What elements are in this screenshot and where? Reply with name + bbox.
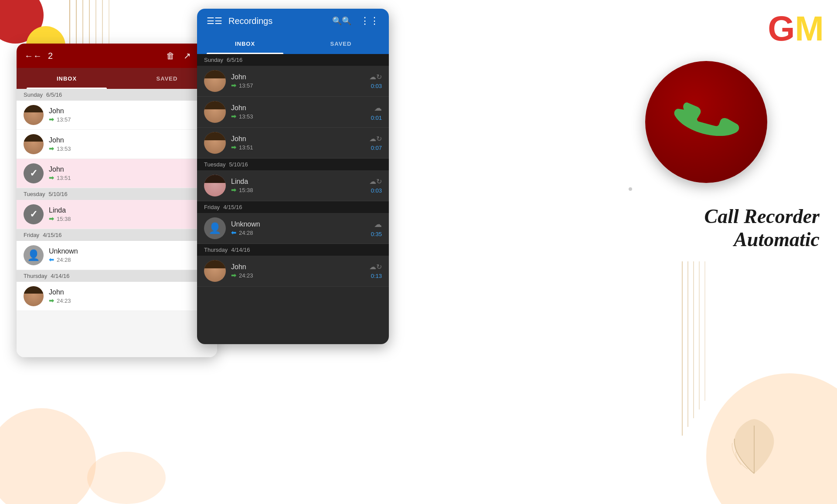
more-button-right[interactable]: ⋮ — [357, 14, 382, 28]
date-header-tuesday-right: Tuesday 5/10/16 — [197, 159, 389, 170]
avatar-john-r4 — [204, 260, 226, 282]
record-john-1351-right[interactable]: John ➡ 13:51 ☁↻ 0:07 — [197, 128, 389, 159]
avatar-john-r2 — [204, 101, 226, 123]
record-unknown-left[interactable]: Unknown ⬅ 24:28 ☁ 0:35 — [17, 241, 217, 270]
date-header-friday-left: Friday 4/15/16 — [17, 229, 217, 241]
right-phone: ☰ Recordings 🔍 ⋮ INBOX SAVED Sunday 6/5/… — [197, 9, 389, 344]
tab-saved-right[interactable]: SAVED — [293, 33, 389, 54]
direction-in: ⬅ — [231, 229, 236, 236]
cloud-icon: ☁ — [374, 103, 382, 113]
search-button[interactable]: 🔍 — [330, 14, 354, 27]
right-tab-bar: INBOX SAVED — [197, 33, 389, 54]
record-john-2423-left[interactable]: John ➡ 24:23 ☁↻ 0:13 — [17, 282, 217, 311]
back-button[interactable]: ← — [22, 49, 44, 63]
date-header-sunday-left: Sunday 6/5/16 — [17, 89, 217, 101]
record-john-1351-left[interactable]: John ➡ 13:51 ☁↻ 0:07 — [17, 159, 217, 188]
avatar-unknown-left — [24, 245, 44, 265]
cloud-icon: ☁ — [374, 220, 382, 229]
gm-m-letter: M — [795, 9, 824, 48]
date-header-sunday-right: Sunday 6/5/16 — [197, 54, 389, 66]
direction-out: ➡ — [231, 144, 236, 151]
phone-handset-svg — [671, 87, 741, 157]
record-john-1353-left[interactable]: John ➡ 13:53 ☁ 0:01 — [17, 130, 217, 159]
direction-out: ➡ — [231, 113, 236, 120]
direction-out: ➡ — [49, 297, 54, 304]
direction-out: ➡ — [49, 174, 54, 181]
tab-inbox-left[interactable]: INBOX — [17, 68, 117, 89]
direction-out: ➡ — [231, 186, 236, 193]
app-name-line2: Automatic — [704, 228, 820, 251]
direction-out: ➡ — [231, 82, 236, 89]
gm-logo: GM — [768, 9, 824, 49]
left-recording-list[interactable]: Sunday 6/5/16 John ➡ 13:57 ☁↻ 0:03 — [17, 89, 217, 357]
trash-button[interactable]: 🗑 — [163, 49, 177, 63]
avatar-john-r3 — [204, 132, 226, 154]
record-john-1353-right[interactable]: John ➡ 13:53 ☁ 0:01 — [197, 97, 389, 128]
right-phone-header: ☰ Recordings 🔍 ⋮ — [197, 9, 389, 33]
left-phone: ← 2 🗑 ↗ ⋮ INBOX SAVED Sunday 6/5/16 John — [17, 44, 217, 357]
app-name: Call Recorder Automatic — [704, 205, 820, 251]
hamburger-button[interactable]: ☰ — [204, 14, 225, 28]
recordings-title: Recordings — [228, 16, 326, 26]
sync-icon: ☁↻ — [369, 263, 382, 271]
tab-inbox-right[interactable]: INBOX — [197, 33, 293, 54]
deco-leaf-svg — [728, 417, 780, 478]
record-john-1357-left[interactable]: John ➡ 13:57 ☁↻ 0:03 — [17, 101, 217, 130]
date-header-friday-right: Friday 4/15/16 — [197, 201, 389, 213]
avatar-unknown-right — [204, 217, 226, 239]
direction-out: ➡ — [231, 272, 236, 279]
app-name-line1: Call Recorder — [704, 205, 820, 228]
record-unknown-right[interactable]: Unknown ⬅ 24:28 ☁ 0:35 — [197, 213, 389, 244]
sync-icon: ☁↻ — [369, 135, 382, 143]
avatar-john-r1 — [204, 70, 226, 92]
call-recorder-icon — [645, 61, 767, 183]
direction-out: ➡ — [49, 145, 54, 152]
date-header-thursday-left: Thursday 4/14/16 — [17, 270, 217, 282]
sync-icon: ☁↻ — [369, 73, 382, 81]
date-header-thursday-right: Thursday 4/14/16 — [197, 244, 389, 256]
left-tab-bar: INBOX SAVED — [17, 68, 217, 89]
selected-count: 2 — [48, 51, 160, 61]
avatar-john-checked — [24, 163, 44, 183]
share-button[interactable]: ↗ — [181, 49, 194, 63]
direction-in: ⬅ — [49, 256, 54, 263]
record-john-1357-right[interactable]: John ➡ 13:57 ☁↻ 0:03 — [197, 66, 389, 97]
avatar-john-2 — [24, 134, 44, 154]
avatar-john-1 — [24, 105, 44, 125]
deco-lines-right — [680, 261, 706, 436]
avatar-linda-right — [204, 175, 226, 196]
avatar-linda-checked — [24, 204, 44, 224]
record-linda-left[interactable]: Linda ➡ 15:38 ☁↻ 0:03 — [17, 200, 217, 229]
right-recording-list[interactable]: Sunday 6/5/16 John ➡ 13:57 ☁↻ 0:03 — [197, 54, 389, 344]
direction-out: ➡ — [49, 215, 54, 222]
gm-g-letter: G — [768, 9, 795, 48]
date-header-tuesday-left: Tuesday 5/10/16 — [17, 188, 217, 200]
sync-icon: ☁↻ — [369, 177, 382, 186]
record-john-2423-right[interactable]: John ➡ 24:23 ☁↻ 0:13 — [197, 256, 389, 287]
avatar-john-3 — [24, 286, 44, 306]
left-phone-header: ← 2 🗑 ↗ ⋮ — [17, 44, 217, 68]
record-linda-right[interactable]: Linda ➡ 15:38 ☁↻ 0:03 — [197, 170, 389, 201]
direction-out: ➡ — [49, 116, 54, 123]
deco-dot — [629, 187, 632, 191]
